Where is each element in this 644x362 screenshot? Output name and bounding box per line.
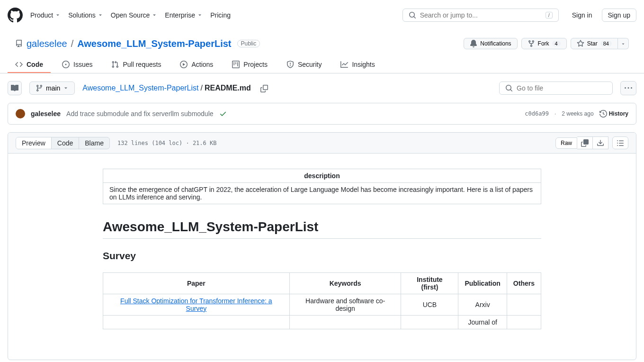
- search-input[interactable]: /: [402, 9, 559, 22]
- nav-enterprise[interactable]: Enterprise: [165, 11, 203, 19]
- outline-button[interactable]: [612, 136, 628, 149]
- tab-code-view[interactable]: Code: [52, 137, 79, 149]
- breadcrumb-repo-link[interactable]: Awesome_LLM_System-PaperList: [82, 84, 198, 92]
- fork-count: 4: [552, 41, 561, 46]
- nav-product[interactable]: Product: [30, 11, 61, 19]
- kebab-icon: [625, 84, 632, 92]
- copy-icon: [260, 85, 268, 92]
- chevron-down-icon: [55, 12, 61, 18]
- bell-icon: [470, 40, 477, 47]
- tab-preview[interactable]: Preview: [16, 137, 52, 149]
- breadcrumb: Awesome_LLM_System-PaperList / README.md: [82, 84, 250, 92]
- repo-owner-link[interactable]: galeselee: [27, 38, 67, 49]
- commit-time: 2 weeks ago: [562, 110, 593, 117]
- tab-projects[interactable]: Projects: [224, 57, 275, 73]
- fork-button[interactable]: Fork 4: [521, 38, 567, 49]
- chevron-down-icon: [197, 12, 203, 18]
- nav-pricing[interactable]: Pricing: [210, 11, 231, 19]
- download-icon: [597, 139, 604, 147]
- branch-selector[interactable]: main: [29, 81, 75, 95]
- nav-solutions[interactable]: Solutions: [68, 11, 103, 19]
- notifications-button[interactable]: Notifications: [464, 38, 517, 49]
- chevron-down-icon: [63, 85, 69, 91]
- issues-icon: [62, 61, 70, 68]
- chevron-down-icon: [621, 42, 626, 46]
- copy-icon: [581, 139, 589, 147]
- go-to-file-input[interactable]: [499, 81, 613, 95]
- tab-insights[interactable]: Insights: [333, 57, 382, 73]
- tab-blame[interactable]: Blame: [79, 137, 109, 149]
- search-icon: [505, 84, 513, 92]
- sign-up-button[interactable]: Sign up: [602, 9, 636, 22]
- tab-security[interactable]: Security: [279, 57, 330, 73]
- tab-issues[interactable]: Issues: [54, 57, 100, 73]
- sign-in-link[interactable]: Sign in: [566, 9, 598, 21]
- nav-open-source[interactable]: Open Source: [111, 11, 158, 19]
- search-icon: [409, 11, 416, 19]
- copy-raw-button[interactable]: [577, 136, 593, 149]
- survey-table: Paper Keywords Institute (first) Publica…: [103, 272, 541, 329]
- branch-icon: [36, 84, 43, 92]
- code-icon: [15, 61, 23, 68]
- chevron-down-icon: [152, 12, 157, 18]
- readme-h1: Awesome_LLM_System-PaperList: [103, 219, 541, 239]
- sidebar-toggle-button[interactable]: [8, 81, 22, 95]
- more-options-button[interactable]: [620, 81, 636, 95]
- list-icon: [617, 139, 624, 147]
- shield-icon: [286, 61, 294, 68]
- tab-pull-requests[interactable]: Pull requests: [104, 57, 169, 73]
- commit-message[interactable]: Add trace submodule and fix serverllm su…: [66, 110, 214, 118]
- star-button[interactable]: Star 84: [571, 38, 618, 49]
- slash-shortcut: /: [546, 12, 553, 18]
- pull-request-icon: [111, 61, 119, 68]
- actions-icon: [180, 61, 188, 68]
- table-row: Journal of: [103, 315, 541, 329]
- chevron-down-icon: [98, 12, 103, 18]
- sidebar-icon: [11, 84, 18, 92]
- avatar[interactable]: [16, 109, 25, 118]
- tab-actions[interactable]: Actions: [172, 57, 221, 73]
- commit-hash[interactable]: c0d6a99: [525, 110, 549, 117]
- star-dropdown[interactable]: [618, 38, 629, 49]
- breadcrumb-current: README.md: [205, 84, 251, 92]
- projects-icon: [232, 61, 240, 68]
- latest-commit: galeselee Add trace submodule and fix se…: [8, 103, 636, 125]
- check-icon[interactable]: [219, 110, 227, 118]
- history-icon: [599, 110, 607, 118]
- repo-name-link[interactable]: Awesome_LLM_System-PaperList: [77, 38, 231, 49]
- fork-icon: [528, 40, 535, 47]
- insights-icon: [340, 61, 348, 68]
- download-raw-button[interactable]: [593, 136, 608, 149]
- description-table: description Since the emergence of chatG…: [103, 169, 541, 204]
- star-icon: [577, 40, 584, 47]
- star-count: 84: [600, 41, 612, 46]
- raw-button[interactable]: Raw: [555, 137, 577, 149]
- file-info: 132 lines (104 loc) · 21.6 KB: [117, 140, 217, 146]
- paper-link[interactable]: Full Stack Optimization for Transformer …: [120, 297, 272, 312]
- tab-code[interactable]: Code: [8, 57, 51, 73]
- readme-h2-survey: Survey: [103, 250, 541, 264]
- copy-path-button[interactable]: [259, 82, 270, 94]
- visibility-badge: Public: [237, 40, 260, 47]
- repo-icon: [15, 40, 23, 47]
- readme-content: description Since the emergence of chatG…: [8, 154, 636, 360]
- repo-separator: /: [71, 38, 74, 49]
- history-button[interactable]: History: [599, 110, 628, 118]
- commit-author[interactable]: galeselee: [31, 110, 61, 118]
- table-row: Full Stack Optimization for Transformer …: [103, 294, 541, 315]
- github-logo-icon[interactable]: [8, 8, 23, 23]
